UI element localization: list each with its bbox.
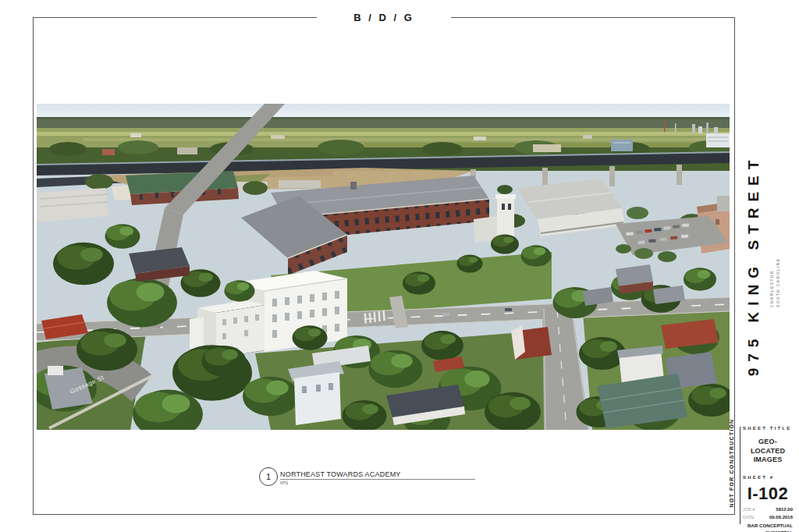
- aerial-photo-svg: Gossage St: [37, 104, 730, 430]
- sheet-number-label: SHEET #: [743, 475, 793, 480]
- title-block-divider: [740, 427, 740, 524]
- hall-building: [517, 179, 625, 236]
- not-for-construction-stamp: NOT FOR CONSTRUCTION: [729, 430, 737, 508]
- drawing-number-bubble: 1: [259, 467, 278, 486]
- job-label: JOB #: [743, 507, 755, 512]
- submittal-note: BAR CONCEPTUAL SUBMITTAL: [743, 523, 793, 532]
- firm-logo-text: B / D / G: [353, 12, 414, 23]
- date-value: 09.06.2016: [769, 515, 793, 520]
- sky: [37, 104, 730, 129]
- caption-title: NORTHEAST TOWARDS ACADEMY: [280, 470, 475, 480]
- sheet-number: I-102: [743, 484, 793, 504]
- sheet-title-label: SHEET TITLE: [743, 426, 793, 431]
- date-row: DATE: 09.06.2016: [743, 515, 793, 520]
- project-name-vertical: 975 KING STREET: [745, 152, 765, 378]
- drawing-sheet: B / D / G: [0, 0, 799, 532]
- drawing-caption: 1 NORTHEAST TOWARDS ACADEMY NTS: [259, 467, 475, 486]
- job-value: 5812.00: [776, 507, 793, 512]
- date-label: DATE:: [743, 515, 755, 520]
- caption-body: NORTHEAST TOWARDS ACADEMY NTS: [280, 470, 475, 485]
- job-number-row: JOB # 5812.00: [743, 507, 793, 512]
- caption-scale: NTS: [280, 481, 475, 485]
- firm-logo: B / D / G: [317, 10, 451, 25]
- title-block: SHEET TITLE GEO-LOCATED IMAGES SHEET # I…: [743, 426, 793, 532]
- project-city: CHARLESTON: [769, 232, 776, 307]
- sheet-title: GEO-LOCATED IMAGES: [743, 438, 793, 465]
- aerial-photo: Gossage St: [37, 104, 730, 430]
- project-state: SOUTH CAROLINA: [776, 232, 782, 307]
- project-location-vertical: CHARLESTON SOUTH CAROLINA: [769, 232, 782, 307]
- parking-lot: [616, 216, 728, 262]
